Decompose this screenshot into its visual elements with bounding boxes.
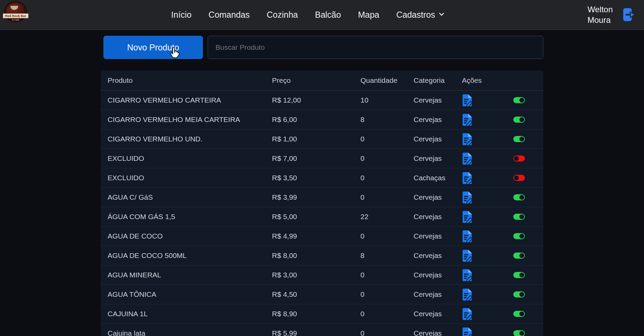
search-product-input[interactable] (208, 36, 543, 59)
table-header-row: Produto Preço Quantidade Categoria Ações (101, 71, 543, 91)
product-quantity: 0 (360, 154, 414, 163)
row-actions (462, 327, 543, 336)
edit-product-icon[interactable] (462, 191, 473, 204)
edit-product-icon[interactable] (462, 308, 473, 320)
edit-product-icon[interactable] (462, 113, 473, 126)
nav-item-inicio[interactable]: Início (171, 10, 192, 20)
product-name: CIGARRO VERMELHO CARTEIRA (108, 96, 272, 104)
column-header-categoria: Categoria (414, 76, 462, 85)
table-row: AGUA DE COCO R$ 4,99 0 Cervejas (101, 227, 543, 246)
row-actions (462, 133, 543, 146)
user-name: Welton Moura (587, 4, 618, 25)
main-content: Novo Produto Produto Preço Quantidade Ca… (101, 30, 543, 336)
product-quantity: 22 (360, 213, 414, 221)
row-actions (462, 113, 543, 126)
table-row: CIGARRO VERMELHO CARTEIRA R$ 12,00 10 Ce… (101, 91, 543, 110)
product-category: Cervejas (414, 116, 462, 124)
product-name: EXCLUIDO (108, 154, 272, 163)
table-row: AGUA DE COCO 500ML R$ 8,00 8 Cervejas (101, 246, 543, 265)
row-actions (462, 269, 543, 281)
chevron-down-icon (439, 11, 445, 16)
product-name: Cajuina lata (108, 329, 272, 336)
active-toggle[interactable] (513, 272, 525, 278)
product-quantity: 0 (360, 135, 414, 143)
product-price: R$ 1,00 (272, 135, 360, 143)
active-toggle[interactable] (513, 233, 525, 239)
edit-product-icon[interactable] (462, 230, 473, 243)
top-navbar: Red Rock Bar & Café Início Comandas Cozi… (0, 0, 644, 30)
brand-logo-banner: Red Rock Bar (3, 13, 29, 18)
new-product-button[interactable]: Novo Produto (103, 36, 203, 59)
row-actions (462, 152, 543, 165)
product-category: Cervejas (414, 251, 462, 260)
edit-product-icon[interactable] (462, 288, 473, 301)
product-price: R$ 8,90 (272, 310, 360, 318)
table-row: AGUA C/ GáS R$ 3,99 0 Cervejas (101, 188, 543, 207)
product-quantity: 0 (360, 310, 414, 318)
products-table: Produto Preço Quantidade Categoria Ações… (101, 71, 543, 336)
row-actions (462, 172, 543, 184)
product-category: Cervejas (414, 213, 462, 221)
active-toggle[interactable] (513, 117, 525, 123)
table-row: Cajuina lata R$ 5,99 0 Cervejas (101, 324, 543, 336)
product-name: AGUA DE COCO 500ML (108, 251, 272, 260)
table-row: AGUA TÔNICA R$ 4,50 0 Cervejas (101, 285, 543, 304)
column-header-acoes: Ações (462, 76, 543, 85)
edit-product-icon[interactable] (462, 211, 473, 223)
active-toggle[interactable] (513, 194, 525, 200)
table-row: EXCLUIDO R$ 7,00 0 Cervejas (101, 149, 543, 168)
product-name: CAJUINA 1L (108, 310, 272, 318)
edit-product-icon[interactable] (462, 94, 473, 107)
product-name: EXCLUIDO (108, 174, 272, 182)
active-toggle[interactable] (513, 253, 525, 259)
product-price: R$ 5,00 (272, 213, 360, 221)
nav-item-balcao[interactable]: Balcão (315, 10, 341, 20)
product-name: CIGARRO VERMELHO UND. (108, 135, 272, 143)
edit-product-icon[interactable] (462, 249, 473, 262)
table-row: EXCLUIDO R$ 3,50 0 Cachaças (101, 168, 543, 188)
product-quantity: 0 (360, 271, 414, 279)
nav-item-cozinha[interactable]: Cozinha (267, 10, 298, 20)
column-header-quantidade: Quantidade (360, 76, 414, 85)
product-category: Cervejas (414, 154, 462, 163)
active-toggle[interactable] (513, 214, 525, 220)
row-actions (462, 230, 543, 243)
nav-item-comandas[interactable]: Comandas (209, 10, 250, 20)
product-price: R$ 6,00 (272, 116, 360, 124)
product-price: R$ 8,00 (272, 251, 360, 260)
active-toggle[interactable] (513, 291, 525, 297)
product-name: AGUA DE COCO (108, 232, 272, 240)
active-toggle[interactable] (513, 97, 525, 103)
edit-product-icon[interactable] (462, 269, 473, 281)
active-toggle[interactable] (513, 330, 525, 336)
edit-product-icon[interactable] (462, 327, 473, 336)
active-toggle[interactable] (513, 175, 525, 181)
edit-product-icon[interactable] (462, 133, 473, 146)
product-name: AGUA MINERAL (108, 271, 272, 279)
active-toggle[interactable] (513, 136, 525, 142)
logout-icon[interactable] (622, 7, 637, 22)
product-name: ÁGUA COM GÁS 1,5 (108, 213, 272, 221)
row-actions (462, 308, 543, 320)
row-actions (462, 94, 543, 107)
active-toggle[interactable] (513, 311, 525, 317)
product-price: R$ 3,50 (272, 174, 360, 182)
row-actions (462, 288, 543, 301)
product-quantity: 0 (360, 193, 414, 201)
product-price: R$ 4,50 (272, 290, 360, 299)
product-category: Cervejas (414, 135, 462, 143)
column-header-preco: Preço (272, 76, 360, 85)
brand-logo[interactable]: Red Rock Bar & Café (4, 1, 27, 22)
user-box: Welton Moura (587, 0, 637, 29)
table-row: CIGARRO VERMELHO UND. R$ 1,00 0 Cervejas (101, 129, 543, 149)
product-quantity: 8 (360, 116, 414, 124)
nav-item-mapa[interactable]: Mapa (358, 10, 380, 20)
edit-product-icon[interactable] (462, 152, 473, 165)
nav-item-cadastros[interactable]: Cadastros (396, 10, 444, 20)
table-row: AGUA MINERAL R$ 3,00 0 Cervejas (101, 265, 543, 285)
product-category: Cervejas (414, 232, 462, 240)
edit-product-icon[interactable] (462, 172, 473, 184)
table-body: CIGARRO VERMELHO CARTEIRA R$ 12,00 10 Ce… (101, 91, 543, 336)
product-category: Cervejas (414, 193, 462, 201)
active-toggle[interactable] (513, 155, 525, 162)
